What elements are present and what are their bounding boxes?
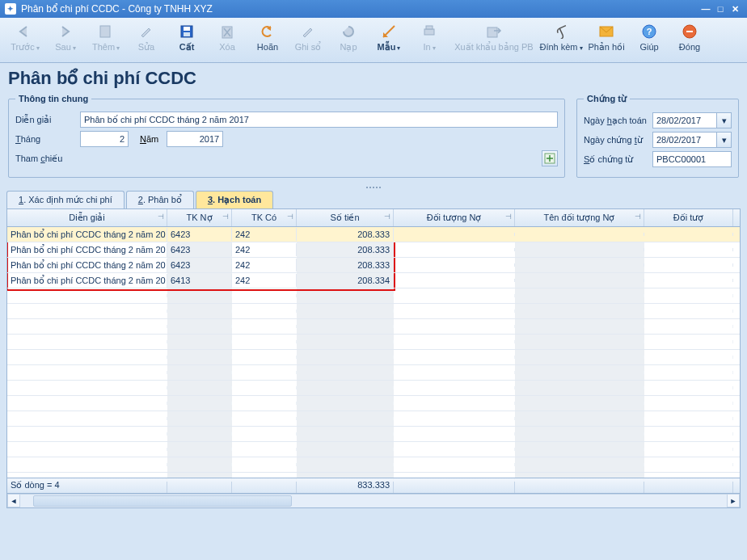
undo-button[interactable]: Hoãn [247, 21, 288, 52]
empty-row[interactable] [7, 442, 740, 457]
scroll-left-button[interactable]: ◄ [7, 494, 20, 507]
table-row[interactable]: Phân bổ chi phí CCDC tháng 2 năm 2064232… [7, 227, 740, 242]
empty-row[interactable] [7, 473, 740, 486]
scroll-thumb[interactable] [33, 495, 292, 507]
cell: 208.333 [297, 259, 394, 272]
reload-icon [328, 23, 369, 40]
document-fieldset: Chứng từ Ngày hạch toánNgày hạch toán ▾ … [576, 94, 739, 178]
cell [394, 233, 515, 236]
edit-button[interactable]: Sửa [126, 21, 167, 53]
doc-date-dropdown[interactable]: ▾ [717, 132, 732, 148]
cell [394, 263, 515, 267]
col-credit[interactable]: TK Có⊣ [232, 209, 297, 226]
svg-text:?: ? [647, 27, 652, 36]
acct-date-input[interactable] [652, 112, 717, 128]
empty-row[interactable] [7, 365, 740, 381]
svg-rect-2 [184, 27, 190, 31]
grid: Diễn giải⊣ TK Nợ⊣ TK Có⊣ Số tiền⊣ Đối tư… [6, 209, 741, 508]
help-button[interactable]: ? Giúp [629, 21, 669, 52]
tab-accounting[interactable]: 3. Hạch toán3. Hạch toán [196, 191, 273, 208]
svg-rect-0 [100, 26, 110, 37]
empty-row[interactable] [7, 304, 740, 319]
cell [644, 248, 733, 251]
empty-row[interactable] [7, 381, 740, 396]
reload-button[interactable]: Nạp [328, 21, 369, 53]
feedback-button[interactable]: Phản hồi [584, 21, 629, 53]
empty-row[interactable] [7, 319, 740, 335]
cell: 208.333 [297, 243, 394, 256]
tab-allocate[interactable]: 2. Phân bổ2. Phân bổ [126, 191, 194, 208]
scroll-right-button[interactable]: ► [727, 494, 740, 507]
doc-date-input[interactable] [652, 132, 717, 148]
add-reference-button[interactable] [542, 150, 558, 166]
save-button[interactable]: Cất [167, 21, 207, 53]
cell [515, 248, 644, 251]
desc-label: Diễn giải [15, 115, 80, 125]
general-fieldset: Thông tin chung Diễn giải TThángháng Năm… [8, 94, 565, 178]
month-input[interactable] [80, 131, 129, 147]
page-title: Phân bổ chi phí CCDC [8, 68, 741, 89]
empty-row[interactable] [7, 335, 740, 350]
col-debit-obj[interactable]: Đối tượng Nợ⊣ [394, 209, 515, 226]
empty-row[interactable] [7, 350, 740, 365]
svg-rect-7 [487, 27, 497, 37]
cell [394, 279, 515, 282]
acct-date-dropdown[interactable]: ▾ [717, 112, 732, 128]
empty-row[interactable] [7, 457, 740, 473]
add-button[interactable]: Thêm▾ [86, 21, 126, 52]
template-button[interactable]: Mẫu▾ [369, 21, 409, 53]
col-debit[interactable]: TK Nợ⊣ [167, 209, 232, 226]
paperclip-icon [538, 23, 584, 40]
table-row[interactable]: Phân bổ chi phí CCDC tháng 2 năm 2064232… [7, 242, 740, 258]
post-icon [288, 23, 328, 40]
delete-button[interactable]: Xóa [207, 21, 247, 52]
col-debit-obj-name[interactable]: Tên đối tượng Nợ⊣ [515, 209, 644, 226]
cell: Phân bổ chi phí CCDC tháng 2 năm 20 [7, 243, 167, 257]
export-icon [449, 23, 538, 40]
export-button[interactable]: Xuất khẩu bảng PB [449, 21, 538, 53]
close-window-button[interactable]: ✕ [728, 4, 742, 15]
doc-no-input[interactable] [652, 151, 732, 167]
ref-label: Tham chiếuTham chiếu [15, 154, 80, 164]
empty-row[interactable] [7, 411, 740, 427]
close-icon [669, 23, 710, 40]
col-desc[interactable]: Diễn giải⊣ [7, 209, 167, 226]
post-button[interactable]: Ghi sổ [288, 21, 328, 53]
attach-button[interactable]: Đính kèm▾ [538, 21, 584, 52]
page: Phân bổ chi phí CCDC Thông tin chung Diễ… [0, 63, 747, 560]
empty-row[interactable] [7, 427, 740, 442]
print-button[interactable]: In▾ [409, 21, 449, 52]
window-title: Phân bổ chi phí CCDC - Công ty TNHH XYZ [21, 3, 698, 15]
cell: 6423 [167, 243, 232, 256]
prev-button[interactable]: Trước▾ [5, 21, 45, 53]
desc-input[interactable] [80, 112, 558, 128]
next-button[interactable]: Sau▾ [45, 21, 86, 52]
year-input[interactable] [167, 131, 223, 147]
cell: Phân bổ chi phí CCDC tháng 2 năm 20 [7, 274, 167, 288]
col-amount[interactable]: Số tiền⊣ [297, 209, 394, 226]
grid-body[interactable]: Phân bổ chi phí CCDC tháng 2 năm 2064232… [7, 227, 740, 486]
template-icon [369, 23, 409, 40]
grid-hscrollbar[interactable]: ◄ ► [7, 494, 740, 507]
splitter-gripper[interactable] [6, 184, 741, 191]
cell [394, 248, 515, 251]
plus-icon [544, 153, 555, 164]
cell: 242 [232, 228, 297, 241]
general-legend: Thông tin chung [15, 94, 91, 103]
minimize-button[interactable]: — [698, 4, 713, 14]
empty-row[interactable] [7, 396, 740, 411]
grid-header: Diễn giải⊣ TK Nợ⊣ TK Có⊣ Số tiền⊣ Đối tư… [7, 209, 740, 227]
cell [515, 279, 644, 282]
col-credit-obj[interactable]: Đối tượ [644, 209, 733, 226]
table-row[interactable]: Phân bổ chi phí CCDC tháng 2 năm 2064132… [7, 273, 740, 288]
undo-icon [247, 23, 288, 40]
arrow-left-icon [5, 23, 45, 40]
empty-row[interactable] [7, 288, 740, 304]
cell [644, 263, 733, 267]
maximize-button[interactable]: □ [713, 4, 728, 14]
tab-cost-level[interactable]: 1. Xác định mức chi phí1. Xác định mức c… [6, 191, 124, 208]
table-row[interactable]: Phân bổ chi phí CCDC tháng 2 năm 2064232… [7, 258, 740, 273]
svg-rect-6 [426, 26, 433, 29]
close-button[interactable]: Đóng [669, 21, 710, 52]
cell: 242 [232, 274, 297, 287]
